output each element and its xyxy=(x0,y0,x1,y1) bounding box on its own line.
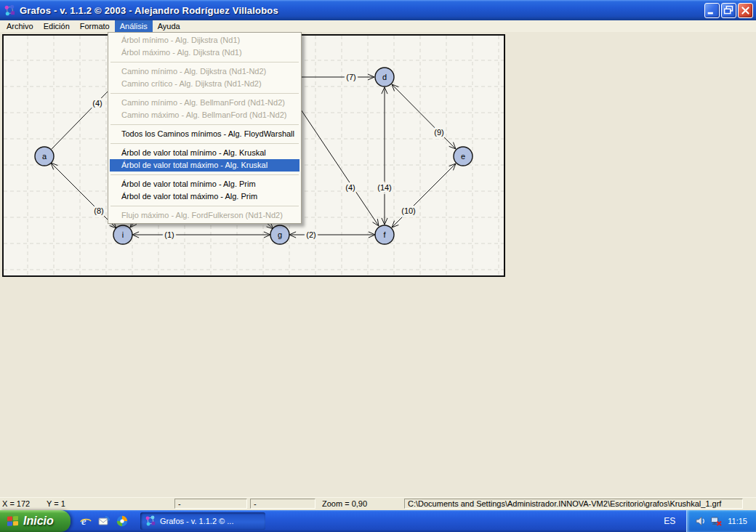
dropdown-item: Camino mínimo - Alg. BellmanFord (Nd1-Nd… xyxy=(110,97,299,109)
quick-launch-bar: e xyxy=(71,515,133,528)
status-panel-2: - xyxy=(250,499,315,509)
task-button-label: Grafos - v. 1.1.2 © ... xyxy=(160,517,233,525)
system-tray: 11:15 xyxy=(686,510,756,532)
edge-arrowhead xyxy=(368,74,374,77)
start-button[interactable]: Inicio xyxy=(0,510,71,532)
edge-arrowhead xyxy=(369,235,375,238)
restore-button[interactable] xyxy=(721,3,736,18)
graph-node-f[interactable]: f xyxy=(375,225,394,244)
node-label: e xyxy=(461,152,465,161)
menu-separator xyxy=(110,93,299,94)
app-window: Grafos - v. 1.1.2 © 2003 - Alejandro Rod… xyxy=(0,0,756,532)
svg-text:e: e xyxy=(81,515,87,527)
start-button-label: Inicio xyxy=(23,515,54,528)
edge-weight-label: (4) xyxy=(345,183,355,192)
menubar-item[interactable]: Archivo xyxy=(1,20,39,32)
menubar-item[interactable]: Formato xyxy=(75,20,115,32)
edge-arrowhead xyxy=(264,232,270,235)
menu-separator xyxy=(110,206,299,206)
edge-arrowhead xyxy=(385,87,387,94)
dropdown-item: Camino crítico - Alg. Dijkstra (Nd1-Nd2) xyxy=(110,78,299,90)
node-label: g xyxy=(278,230,282,239)
titlebar: Grafos - v. 1.1.2 © 2003 - Alejandro Rod… xyxy=(0,0,756,20)
edge-arrowhead xyxy=(132,235,139,238)
edge-weight-label: (2) xyxy=(306,230,315,239)
task-button-grafos[interactable]: Grafos - v. 1.1.2 © ... xyxy=(140,512,265,530)
language-indicator[interactable]: ES xyxy=(664,516,675,526)
edge-weight-label: (4) xyxy=(92,99,102,108)
statusbar: X = 172 Y = 1 - - Zoom = 0,90 C:\Documen… xyxy=(0,497,756,509)
menubar-item[interactable]: Ayuda xyxy=(153,20,185,32)
edge-arrowhead xyxy=(369,232,375,235)
menubar-item[interactable]: Análisis xyxy=(115,20,153,32)
grafos-app-icon xyxy=(4,4,16,17)
edge-weight-label: (10) xyxy=(401,206,416,215)
window-title: Grafos - v. 1.1.2 © 2003 - Alejandro Rod… xyxy=(20,5,704,16)
node-label: i xyxy=(122,230,124,239)
internet-explorer-icon[interactable]: e xyxy=(79,515,92,528)
minimize-icon xyxy=(705,3,719,18)
edge-weight-label: (9) xyxy=(434,128,443,137)
graph-node-g[interactable]: g xyxy=(270,225,289,244)
edge-weight-label: (8) xyxy=(94,206,103,215)
menubar-item[interactable]: Edición xyxy=(39,20,75,32)
dropdown-item[interactable]: Árbol de valor total mínimo - Alg. Krusk… xyxy=(110,147,299,159)
graph-node-d[interactable]: d xyxy=(375,68,394,86)
close-button[interactable] xyxy=(738,3,753,18)
dropdown-item[interactable]: Árbol de valor total máximo - Alg. Prim xyxy=(110,190,299,203)
dropdown-item: Árbol mínimo - Alg. Dijkstra (Nd1) xyxy=(110,34,299,47)
edge-arrowhead xyxy=(382,87,385,94)
network-error-icon[interactable] xyxy=(710,515,722,527)
zoom-readout: Zoom = 0,90 xyxy=(322,499,367,508)
edge-arrowhead xyxy=(368,77,374,80)
dropdown-item: Camino máximo - Alg. BellmanFord (Nd1-Nd… xyxy=(110,109,299,121)
close-icon xyxy=(739,3,752,18)
clock[interactable]: 11:15 xyxy=(728,517,747,525)
edge-weight-label: (7) xyxy=(346,73,355,81)
cursor-x-readout: X = 172 xyxy=(2,499,30,508)
menu-separator xyxy=(110,174,299,175)
cursor-y-readout: Y = 1 xyxy=(47,499,65,508)
mail-icon[interactable] xyxy=(97,515,110,528)
menu-separator xyxy=(110,62,299,63)
edge-arrowhead xyxy=(289,232,296,235)
edge-arrowhead xyxy=(385,218,387,225)
node-label: d xyxy=(382,73,387,81)
menu-separator xyxy=(110,143,299,144)
dropdown-item: Árbol máximo - Alg. Dijkstra (Nd1) xyxy=(110,47,299,59)
grafos-app-icon xyxy=(145,515,156,527)
edge-weight-label: (14) xyxy=(377,183,392,192)
graph-node-a[interactable]: a xyxy=(35,147,54,166)
windows-logo-icon xyxy=(7,515,20,528)
edge-arrowhead xyxy=(382,218,385,225)
menu-separator xyxy=(110,124,299,125)
dropdown-item[interactable]: Todos los Caminos mínimos - Alg. FloydWa… xyxy=(110,128,299,140)
edge-arrowhead xyxy=(264,235,270,238)
edge-arrowhead xyxy=(132,232,139,235)
edge-weight-label: (1) xyxy=(164,230,174,239)
dropdown-item[interactable]: Árbol de valor total mínimo - Alg. Prim xyxy=(110,178,299,190)
analysis-menu: Árbol mínimo - Alg. Dijkstra (Nd1)Árbol … xyxy=(108,32,302,224)
status-panel-1: - xyxy=(174,499,247,509)
dropdown-item: Flujo máximo - Alg. FordFulkerson (Nd1-N… xyxy=(110,209,299,222)
menubar: ArchivoEdiciónFormatoAnálisisAyuda xyxy=(0,20,756,32)
file-path-readout: C:\Documents and Settings\Administrador.… xyxy=(404,499,743,509)
taskbar: Inicio e xyxy=(0,510,756,532)
media-player-icon[interactable] xyxy=(116,515,129,528)
minimize-button[interactable] xyxy=(704,3,720,18)
dropdown-item: Camino mínimo - Alg. Dijkstra (Nd1-Nd2) xyxy=(110,65,299,78)
graph-node-i[interactable]: i xyxy=(113,225,132,244)
node-label: a xyxy=(42,152,47,161)
dropdown-item[interactable]: Árbol de valor total máximo - Alg. Krusk… xyxy=(110,159,299,172)
speaker-icon[interactable] xyxy=(695,515,707,527)
graph-node-e[interactable]: e xyxy=(454,147,472,166)
restore-icon xyxy=(722,3,736,18)
window-controls xyxy=(704,3,753,18)
edge-arrowhead xyxy=(289,235,296,238)
